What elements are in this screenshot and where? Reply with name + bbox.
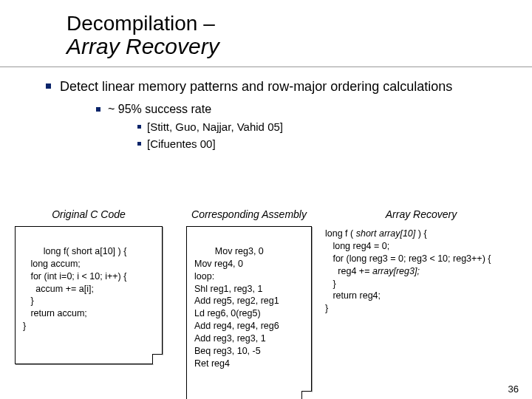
code-original-c: long f( short a[10] ) { long accum; for … [23, 246, 126, 331]
dog-ear-icon [152, 354, 163, 364]
bullet-l1-text: Detect linear memory patterns and row-ma… [60, 78, 452, 95]
column-original-c: Original C Code long f( short a[10] ) { … [15, 192, 163, 399]
column-array-recovery: Array Recovery long f ( short array[10] … [325, 192, 517, 399]
bullet-level-1: Detect linear memory patterns and row-ma… [46, 78, 532, 95]
bullet-l2-text: ~ 95% success rate [108, 103, 211, 116]
title-line-1: Decompilation – [66, 12, 532, 35]
slide-number: 36 [508, 383, 519, 395]
title-underline [0, 66, 532, 67]
code-array-recovery: long f ( short array[10] ) { long reg4 =… [325, 226, 517, 315]
slide-title: Decompilation – Array Recovery [66, 12, 532, 59]
title-line-2: Array Recovery [66, 34, 532, 59]
column-assembly: Corresponding Assembly Mov reg3, 0 Mov r… [186, 192, 312, 399]
bullet-level-2: ~ 95% success rate [96, 103, 532, 116]
bullet-l3b-text: [Cifuentes 00] [147, 137, 216, 150]
code-box-assembly: Mov reg3, 0 Mov reg4, 0 loop: Shl reg1, … [186, 226, 312, 399]
column-header-assembly: Corresponding Assembly [186, 192, 312, 220]
column-header-recovery: Array Recovery [325, 192, 517, 220]
square-bullet-icon [46, 83, 51, 89]
square-bullet-icon [137, 142, 141, 146]
bullet-level-3: [Stitt, Guo, Najjar, Vahid 05] [137, 120, 532, 133]
code-assembly: Mov reg3, 0 Mov reg4, 0 loop: Shl reg1, … [194, 246, 279, 369]
slide: Decompilation – Array Recovery Detect li… [0, 0, 532, 399]
code-columns: Original C Code long f( short a[10] ) { … [0, 192, 532, 399]
dog-ear-icon [301, 391, 312, 399]
slide-body: Detect linear memory patterns and row-ma… [0, 78, 532, 150]
bullet-l3a-text: [Stitt, Guo, Najjar, Vahid 05] [147, 120, 283, 133]
square-bullet-icon [96, 107, 100, 112]
code-box-original-c: long f( short a[10] ) { long accum; for … [15, 226, 163, 364]
column-header-original: Original C Code [15, 192, 163, 220]
bullet-level-3: [Cifuentes 00] [137, 137, 532, 150]
square-bullet-icon [137, 125, 141, 129]
